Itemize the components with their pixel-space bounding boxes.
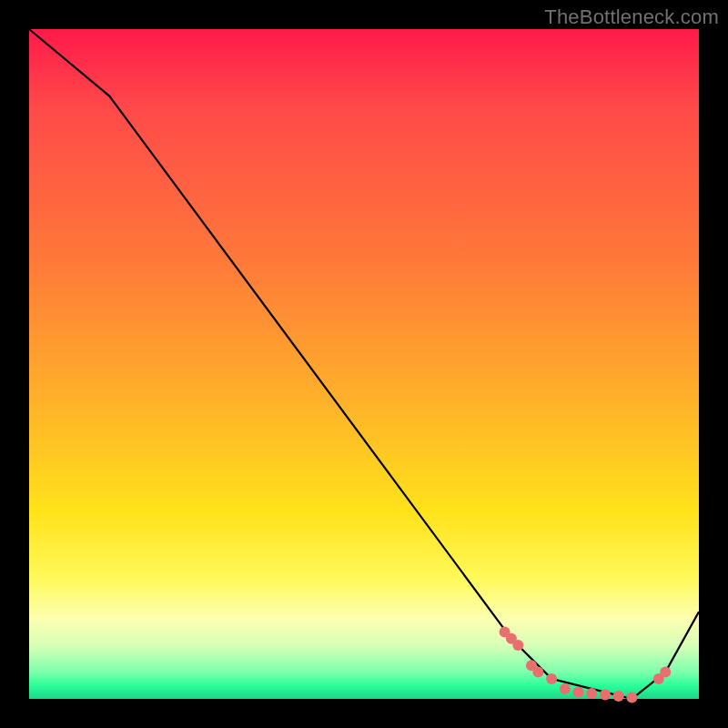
scatter-dot: [586, 688, 597, 699]
curve-line: [29, 29, 699, 699]
scatter-dot: [600, 690, 611, 701]
scatter-dots: [500, 626, 672, 703]
scatter-dot: [546, 673, 557, 684]
chart-frame: TheBottleneck.com: [0, 0, 728, 728]
scatter-dot: [613, 691, 624, 702]
watermark-label: TheBottleneck.com: [544, 5, 719, 29]
scatter-dot: [573, 687, 584, 698]
plot-area: [29, 29, 699, 699]
scatter-dot: [660, 667, 671, 678]
chart-svg: [29, 29, 699, 699]
scatter-dot: [560, 683, 571, 694]
scatter-dot: [626, 693, 637, 703]
scatter-dot: [532, 667, 543, 678]
scatter-dot: [512, 640, 523, 651]
